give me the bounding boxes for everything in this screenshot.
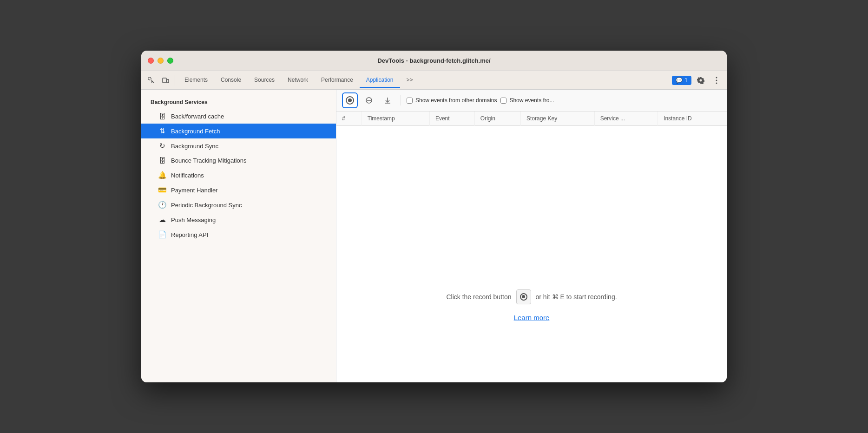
svg-point-4 bbox=[716, 79, 717, 81]
sync-icon: ↻ bbox=[158, 142, 166, 150]
sidebar-item-label: Notifications bbox=[171, 172, 204, 179]
download-button[interactable] bbox=[380, 93, 395, 108]
record-button[interactable] bbox=[342, 92, 358, 108]
select-element-icon[interactable] bbox=[145, 74, 158, 87]
svg-point-3 bbox=[716, 77, 717, 78]
chat-icon: 💬 bbox=[676, 77, 683, 84]
learn-more-link[interactable]: Learn more bbox=[514, 314, 550, 321]
database-icon: 🗄 bbox=[158, 112, 166, 120]
tab-application[interactable]: Application bbox=[360, 73, 400, 88]
col-timestamp: Timestamp bbox=[362, 112, 429, 126]
sidebar-item-label: Bounce Tracking Mitigations bbox=[171, 157, 247, 164]
sidebar-item-periodic-background-sync[interactable]: 🕐 Periodic Background Sync bbox=[141, 197, 336, 212]
col-event: Event bbox=[429, 112, 474, 126]
show-events-other-domains-checkbox[interactable] bbox=[407, 98, 413, 104]
col-instance-id: Instance ID bbox=[658, 112, 727, 126]
tab-network[interactable]: Network bbox=[281, 73, 315, 88]
show-events-fro-checkbox[interactable] bbox=[500, 98, 506, 104]
svg-rect-2 bbox=[167, 79, 169, 83]
sidebar-item-label: Back/forward cache bbox=[171, 113, 224, 120]
table-header-row: # Timestamp Event Origin Storage Key Ser… bbox=[336, 112, 727, 126]
sidebar-item-label: Periodic Background Sync bbox=[171, 202, 242, 209]
show-events-fro-label[interactable]: Show events fro... bbox=[500, 97, 554, 104]
events-table: # Timestamp Event Origin Storage Key Ser… bbox=[336, 112, 727, 126]
sidebar-item-background-sync[interactable]: ↻ Background Sync bbox=[141, 138, 336, 153]
col-origin: Origin bbox=[474, 112, 520, 126]
bounce-icon: 🗄 bbox=[158, 157, 166, 164]
device-toggle-icon[interactable] bbox=[159, 74, 172, 87]
table-container: # Timestamp Event Origin Storage Key Ser… bbox=[336, 112, 727, 229]
clear-button[interactable] bbox=[362, 93, 376, 108]
empty-state-before-text: Click the record button bbox=[446, 293, 511, 301]
close-button[interactable] bbox=[148, 58, 154, 64]
fetch-icon: ⇅ bbox=[158, 127, 166, 135]
sidebar-item-label: Push Messaging bbox=[171, 216, 216, 223]
sidebar-item-payment-handler[interactable]: 💳 Payment Handler bbox=[141, 183, 336, 197]
record-btn-inner bbox=[346, 96, 354, 105]
maximize-button[interactable] bbox=[167, 58, 173, 64]
toolbar-divider bbox=[175, 75, 175, 85]
sidebar-item-background-fetch[interactable]: ⇅ Background Fetch bbox=[141, 124, 336, 138]
sidebar-item-reporting-api[interactable]: 📄 Reporting API bbox=[141, 227, 336, 242]
sidebar-section-title: Background Services bbox=[141, 97, 336, 109]
tab-sources[interactable]: Sources bbox=[248, 73, 281, 88]
notifications-badge[interactable]: 💬 1 bbox=[672, 76, 691, 85]
sidebar-item-bounce-tracking[interactable]: 🗄 Bounce Tracking Mitigations bbox=[141, 153, 336, 168]
devtools-window: DevTools - background-fetch.glitch.me/ E… bbox=[141, 51, 727, 382]
sidebar-item-back-forward-cache[interactable]: 🗄 Back/forward cache bbox=[141, 109, 336, 124]
action-bar: Show events from other domains Show even… bbox=[336, 90, 727, 112]
payment-icon: 💳 bbox=[158, 186, 166, 194]
devtools-toolbar: Elements Console Sources Network Perform… bbox=[141, 71, 727, 90]
clock-icon: 🕐 bbox=[158, 201, 166, 209]
tab-elements[interactable]: Elements bbox=[178, 73, 214, 88]
mini-record-dot bbox=[522, 295, 525, 298]
window-title: DevTools - background-fetch.glitch.me/ bbox=[377, 57, 490, 64]
mini-record-inner bbox=[520, 293, 527, 301]
mini-record-button-icon bbox=[516, 289, 531, 304]
empty-state-text: Click the record button or hit ⌘ E to st… bbox=[446, 289, 617, 304]
cloud-icon: ☁ bbox=[158, 216, 166, 224]
sidebar-item-label: Background Sync bbox=[171, 143, 218, 150]
sidebar-item-label: Background Fetch bbox=[171, 128, 220, 135]
badge-count: 1 bbox=[684, 77, 688, 84]
show-events-fro-text: Show events fro... bbox=[509, 97, 554, 104]
right-panel: Show events from other domains Show even… bbox=[336, 90, 727, 382]
col-service: Service ... bbox=[594, 112, 658, 126]
col-storage-key: Storage Key bbox=[521, 112, 595, 126]
svg-point-5 bbox=[716, 82, 717, 84]
traffic-lights bbox=[148, 58, 173, 64]
main-content: Background Services 🗄 Back/forward cache… bbox=[141, 90, 727, 382]
sidebar-item-label: Payment Handler bbox=[171, 187, 217, 194]
empty-state-after-text: or hit ⌘ E to start recording. bbox=[536, 293, 617, 301]
toolbar-tabs: Elements Console Sources Network Perform… bbox=[178, 73, 671, 88]
sidebar-item-push-messaging[interactable]: ☁ Push Messaging bbox=[141, 212, 336, 227]
tab-console[interactable]: Console bbox=[214, 73, 248, 88]
record-btn-dot bbox=[348, 98, 352, 102]
tab-more[interactable]: >> bbox=[400, 73, 420, 88]
minimize-button[interactable] bbox=[158, 58, 164, 64]
sidebar-item-notifications[interactable]: 🔔 Notifications bbox=[141, 168, 336, 183]
title-bar: DevTools - background-fetch.glitch.me/ bbox=[141, 51, 727, 71]
sidebar: Background Services 🗄 Back/forward cache… bbox=[141, 90, 336, 382]
empty-state: Click the record button or hit ⌘ E to st… bbox=[336, 229, 727, 383]
col-number: # bbox=[336, 112, 362, 126]
action-bar-divider bbox=[401, 95, 401, 105]
show-events-other-domains-text: Show events from other domains bbox=[415, 97, 497, 104]
sidebar-item-label: Reporting API bbox=[171, 231, 208, 238]
document-icon: 📄 bbox=[158, 230, 166, 239]
more-options-icon[interactable] bbox=[710, 74, 723, 87]
show-events-other-domains-label[interactable]: Show events from other domains bbox=[407, 97, 497, 104]
svg-rect-1 bbox=[163, 78, 166, 83]
notification-icon: 🔔 bbox=[158, 171, 166, 179]
tab-performance[interactable]: Performance bbox=[315, 73, 360, 88]
settings-icon[interactable] bbox=[694, 74, 707, 87]
svg-rect-0 bbox=[149, 78, 151, 80]
toolbar-right: 💬 1 bbox=[672, 74, 723, 87]
